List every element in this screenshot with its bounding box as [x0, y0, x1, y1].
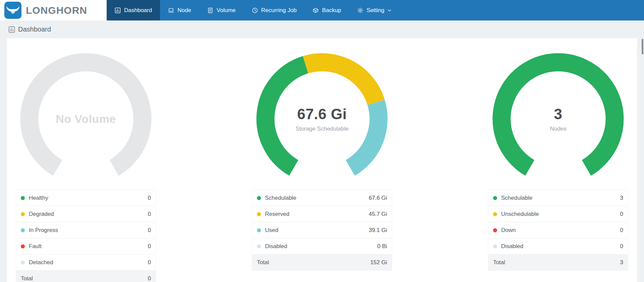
legend-label: Disabled: [501, 243, 620, 250]
legend-label: Degraded: [29, 211, 148, 218]
status-dot: [21, 196, 25, 200]
nav-item-label: Backup: [322, 7, 341, 14]
legend-value: 67.6 Gi: [369, 195, 387, 201]
node-icon: [168, 7, 174, 13]
legend-row: Reserved45.7 Gi: [252, 206, 392, 222]
status-dot: [493, 228, 497, 232]
legend-row: Schedulable67.6 Gi: [252, 190, 392, 206]
backup-icon: [313, 7, 319, 13]
legend-total-row: Total152 Gi: [252, 254, 392, 271]
status-dot: [21, 244, 25, 248]
legend-label: Schedulable: [265, 195, 369, 201]
legend-value: 0: [620, 243, 623, 250]
top-navbar: LONGHORN DashboardNodeVolumeRecurring Jo…: [0, 0, 644, 20]
status-dot: [257, 196, 261, 200]
status-dot: [21, 212, 25, 216]
legend-value: 0 Bi: [377, 243, 387, 250]
legend-row: Down0: [488, 222, 628, 238]
legend-row: Fault0: [16, 238, 156, 254]
gauge-center: 3Nodes: [492, 106, 624, 132]
status-dot: [21, 228, 25, 232]
dashboard-icon: [115, 7, 121, 13]
legend-value: 0: [620, 227, 623, 234]
recurring-job-icon: [252, 7, 258, 13]
legend-label: Detached: [29, 259, 148, 266]
gauge-center-subtitle: Nodes: [492, 126, 624, 132]
legend-value: 0: [148, 259, 151, 266]
legend-label: In Progress: [29, 227, 148, 234]
gauge-volume: No Volume: [20, 53, 152, 185]
legend-value: 0: [620, 211, 623, 218]
legend-label: Schedulable: [501, 195, 620, 201]
gauge-center-subtitle: Storage Schedulable: [256, 126, 388, 132]
nav-item-volume[interactable]: Volume: [199, 0, 244, 20]
legend-label: Down: [501, 227, 620, 234]
legend-value: 39.1 Gi: [369, 227, 387, 234]
nav-item-setting[interactable]: Setting: [349, 0, 400, 20]
legend-row: Disabled0: [488, 238, 628, 254]
chart-storage: 67.6 GiStorage SchedulableSchedulable67.…: [252, 53, 392, 282]
legend-value: 45.7 Gi: [369, 211, 387, 218]
gauge-center: 67.6 GiStorage Schedulable: [256, 106, 388, 132]
brand-name: LONGHORN: [26, 5, 87, 16]
chart-volume: No VolumeHealthy0Degraded0In Progress0Fa…: [16, 53, 156, 282]
nav-item-label: Volume: [217, 7, 236, 14]
setting-icon: [357, 7, 363, 13]
chevron-down-icon: [388, 8, 392, 13]
gauge-center-title: No Volume: [20, 112, 152, 126]
longhorn-logo-icon: [4, 2, 21, 19]
legend-value: 0: [148, 195, 151, 201]
legend-total-row: Total3: [488, 254, 628, 271]
legend-row: Disabled0 Bi: [252, 238, 392, 254]
gauge-center-title: 3: [492, 106, 624, 123]
main-nav: DashboardNodeVolumeRecurring JobBackupSe…: [107, 0, 400, 20]
nav-item-dashboard[interactable]: Dashboard: [107, 0, 160, 20]
status-dot: [493, 244, 497, 248]
legend-node: Schedulable3Unschedulable0Down0Disabled0…: [488, 190, 628, 271]
nav-item-label: Node: [177, 7, 191, 14]
status-dot: [257, 212, 261, 216]
breadcrumb: Dashboard: [0, 20, 644, 38]
gauge-center-title: 67.6 Gi: [256, 106, 388, 123]
legend-value: 0: [148, 227, 151, 234]
charts-row: No VolumeHealthy0Degraded0In Progress0Fa…: [16, 53, 628, 282]
status-dot: [21, 261, 25, 265]
nav-item-node[interactable]: Node: [160, 0, 199, 20]
legend-total-value: 152 Gi: [370, 259, 387, 266]
legend-row: Detached0: [16, 254, 156, 271]
legend-row: In Progress0: [16, 222, 156, 238]
dashboard-chart-icon: [8, 26, 15, 33]
nav-item-label: Setting: [367, 7, 384, 14]
legend-value: 3: [620, 195, 623, 201]
legend-total-label: Total: [493, 259, 620, 266]
gauge-center: No Volume: [20, 112, 152, 126]
legend-volume: Healthy0Degraded0In Progress0Fault0Detac…: [16, 190, 156, 282]
legend-label: Used: [265, 227, 369, 234]
nav-item-label: Dashboard: [124, 7, 152, 14]
volume-icon: [207, 7, 213, 13]
nav-item-recurring-job[interactable]: Recurring Job: [244, 0, 305, 20]
legend-label: Unschedulable: [501, 211, 620, 218]
nav-item-backup[interactable]: Backup: [305, 0, 349, 20]
brand[interactable]: LONGHORN: [0, 0, 107, 20]
legend-total-row: Total0: [16, 271, 156, 282]
nav-item-label: Recurring Job: [261, 7, 297, 14]
gauge-storage: 67.6 GiStorage Schedulable: [256, 53, 388, 185]
dashboard-card: No VolumeHealthy0Degraded0In Progress0Fa…: [7, 38, 637, 282]
legend-row: Used39.1 Gi: [252, 222, 392, 238]
legend-label: Disabled: [265, 243, 377, 250]
status-dot: [257, 228, 261, 232]
legend-label: Fault: [29, 243, 148, 250]
page-title: Dashboard: [18, 26, 51, 33]
legend-row: Unschedulable0: [488, 206, 628, 222]
legend-row: Healthy0: [16, 190, 156, 206]
legend-total-label: Total: [257, 259, 370, 266]
legend-row: Degraded0: [16, 206, 156, 222]
scrollbar-thumb[interactable]: [642, 39, 643, 54]
legend-label: Reserved: [265, 211, 369, 218]
status-dot: [493, 196, 497, 200]
chart-node: 3NodesSchedulable3Unschedulable0Down0Dis…: [488, 53, 628, 282]
status-dot: [257, 244, 261, 248]
legend-storage: Schedulable67.6 GiReserved45.7 GiUsed39.…: [252, 190, 392, 271]
status-dot: [493, 212, 497, 216]
